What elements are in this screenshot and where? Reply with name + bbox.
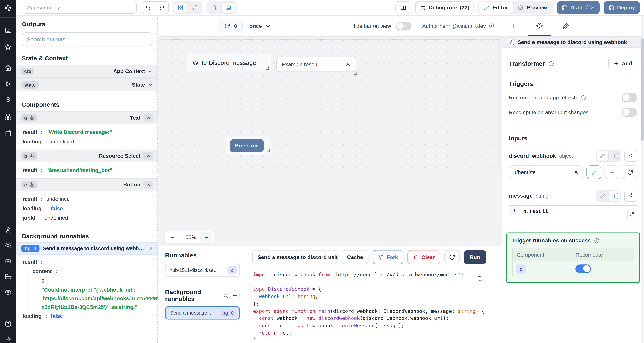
cache-button[interactable]: Cache	[342, 250, 368, 264]
refresh-count-button[interactable]: 0	[218, 20, 243, 32]
chevron-down-icon[interactable]	[148, 69, 153, 74]
connect-input-button[interactable]	[624, 190, 638, 202]
component-settings-tab[interactable]	[536, 22, 544, 30]
connect-input-button[interactable]	[624, 150, 638, 162]
sidebar-item-audit-logs[interactable]	[4, 288, 12, 296]
sidebar-item-runs[interactable]	[4, 80, 12, 88]
deploy-button[interactable]: Deploy	[604, 1, 640, 14]
expand-editor-icon[interactable]	[627, 210, 636, 219]
press-me-button[interactable]: Press me	[230, 139, 264, 152]
zoom-out-button[interactable]: −	[166, 232, 179, 242]
info-icon[interactable]	[594, 238, 600, 244]
sidebar-item-schedules[interactable]	[4, 130, 12, 137]
redo-button[interactable]	[155, 2, 168, 14]
add-resource-button[interactable]	[605, 166, 620, 179]
collapse-chevron-button[interactable]	[144, 152, 153, 160]
windmill-logo-icon[interactable]	[4, 3, 12, 12]
app-summary-input[interactable]	[23, 2, 137, 14]
sidebar-item-users[interactable]	[4, 226, 12, 234]
fork-button[interactable]: Fork	[372, 250, 404, 264]
edit-pencil-icon[interactable]	[148, 246, 153, 251]
static-mode-button[interactable]	[597, 151, 608, 161]
background-runnable-row[interactable]: bg_0 Send a message to discord using web…	[16, 242, 158, 255]
component-row[interactable]: a Text	[16, 111, 158, 124]
refresh-code-button[interactable]	[444, 250, 460, 264]
tab-editor[interactable]: Editor	[479, 2, 513, 14]
recompute-on-change-toggle[interactable]	[622, 108, 638, 117]
output-row-ctx[interactable]: ctx App Context	[16, 65, 158, 78]
output-prop: jobId:undefined	[23, 213, 152, 222]
sidebar-item-help[interactable]	[4, 320, 12, 328]
sidebar-item-folders[interactable]	[4, 273, 12, 280]
resize-handle[interactable]	[266, 149, 270, 152]
transformer-label: Transformer	[509, 60, 554, 67]
more-menu-icon[interactable]: ⋮	[385, 4, 391, 11]
sidebar-item-settings[interactable]	[4, 242, 12, 249]
sidebar-item-resources[interactable]	[4, 113, 12, 121]
add-background-runnable-button[interactable]	[230, 290, 240, 300]
runnable-item[interactable]: hub/1511/discord/se... c	[165, 264, 240, 277]
eval-mode-button[interactable]: f	[609, 151, 620, 161]
refresh-resource-button[interactable]	[623, 166, 638, 179]
run-on-start-toggle[interactable]	[622, 93, 638, 102]
text-component[interactable]: Write Discord message:	[187, 53, 272, 72]
hide-bar-toggle[interactable]	[396, 22, 412, 30]
resize-handle[interactable]	[266, 66, 269, 70]
hide-bar-label: Hide bar on view	[351, 23, 391, 29]
docs-button[interactable]	[396, 1, 411, 14]
sidebar-item-workers[interactable]	[4, 257, 12, 265]
desktop-view-button[interactable]	[222, 2, 236, 13]
clear-button[interactable]: Clear	[408, 250, 440, 264]
resource-value-input[interactable]: u/henri/te...	[509, 166, 583, 179]
draft-button[interactable]: Draft ⌘S	[557, 1, 600, 14]
chevron-down-icon[interactable]	[148, 82, 153, 87]
center-layout-button[interactable]	[174, 2, 187, 13]
bg0-badge: bg_0	[219, 309, 237, 317]
sidebar-item-usage[interactable]	[4, 96, 12, 104]
tab-preview[interactable]: Preview	[513, 2, 552, 14]
resource-select-component[interactable]: Example resou...	[276, 57, 356, 72]
resize-handle[interactable]	[354, 72, 357, 75]
undo-button[interactable]	[141, 2, 155, 14]
sidebar-item-apps[interactable]	[4, 27, 12, 34]
collapse-chevron-button[interactable]	[144, 181, 153, 188]
sidebar-expand-icon[interactable]	[4, 336, 12, 343]
mobile-view-button[interactable]	[207, 2, 221, 13]
info-icon[interactable]	[548, 60, 554, 66]
output-row-state[interactable]: state State	[16, 78, 158, 91]
insert-component-tab[interactable]	[510, 22, 517, 29]
search-icon[interactable]	[223, 292, 228, 298]
fullscreen-layout-button[interactable]	[188, 2, 202, 13]
message-expression-editor[interactable]: 1 b.result	[509, 206, 638, 216]
clear-resource-icon[interactable]	[573, 170, 579, 175]
inputs-title: Inputs	[509, 135, 638, 142]
static-mode-button[interactable]	[597, 190, 608, 201]
clear-select-icon[interactable]	[346, 62, 351, 67]
code-content[interactable]: import discordwebhook from "https://deno…	[252, 268, 502, 339]
sidebar-item-home[interactable]	[4, 64, 12, 72]
edit-resource-button[interactable]	[586, 166, 601, 179]
eval-mode-button[interactable]: f	[609, 190, 620, 201]
copy-code-icon[interactable]	[477, 276, 483, 282]
output-prop: result:"$res:u/henri/testing_bot"	[23, 166, 152, 175]
pointer-hand-icon	[29, 115, 34, 120]
run-button[interactable]: Run	[464, 250, 486, 264]
search-outputs-input[interactable]	[22, 32, 152, 46]
add-transformer-button[interactable]: Add	[608, 57, 638, 70]
background-runnable-item-selected[interactable]: Send a message... bg_0	[165, 306, 240, 320]
component-row[interactable]: b Resource Select	[16, 150, 158, 162]
run-mode-select[interactable]: once	[250, 23, 270, 29]
debug-runs-button[interactable]: Debug runs (23)	[415, 1, 474, 14]
app-grid[interactable]: Write Discord message: Example resou... …	[161, 39, 500, 172]
info-icon[interactable]	[580, 95, 586, 100]
zoom-in-button[interactable]: +	[200, 232, 212, 242]
recompute-c-toggle[interactable]	[576, 264, 591, 273]
styling-tab[interactable]	[562, 22, 570, 30]
collapse-chevron-button[interactable]	[144, 114, 153, 122]
scrollbar[interactable]	[641, 16, 644, 343]
sidebar-item-favorites[interactable]	[4, 43, 12, 51]
info-icon[interactable]	[489, 23, 495, 29]
script-title-button[interactable]: Send a message to discord using	[252, 250, 338, 264]
app-canvas-column: 0 once Hide bar on view Author henri@win…	[158, 16, 502, 343]
component-row[interactable]: c Button	[16, 178, 158, 191]
